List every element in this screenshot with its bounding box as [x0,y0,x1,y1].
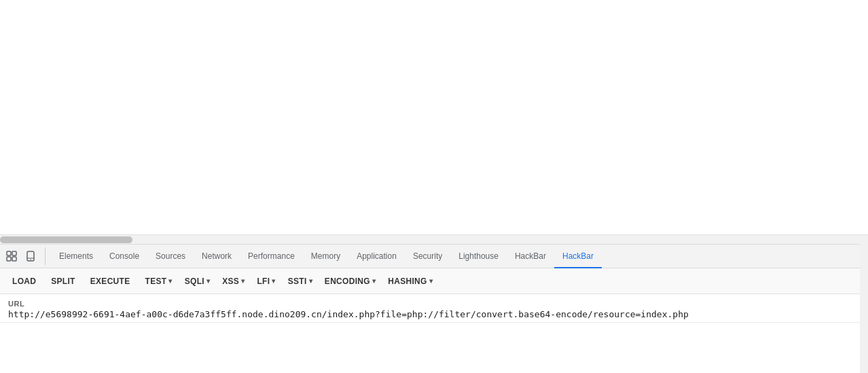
test-dropdown-arrow: ▾ [168,277,172,285]
svg-rect-2 [12,251,16,255]
tab-sources[interactable]: Sources [147,245,194,268]
url-value[interactable]: http://e5698992-6691-4aef-a00c-d6de7a3ff… [8,309,860,319]
url-section: URL http://e5698992-6691-4aef-a00c-d6de7… [0,294,868,323]
ssti-dropdown[interactable]: SSTI ▾ [281,274,317,289]
hashing-dropdown[interactable]: HASHING ▾ [381,274,437,289]
tab-hackbar[interactable]: HackBar [507,245,554,268]
tab-security[interactable]: Security [405,245,450,268]
execute-button[interactable]: EXECUTE [84,274,137,289]
tab-network[interactable]: Network [194,245,240,268]
hackbar-toolbar: LOAD SPLIT EXECUTE TEST ▾ SQLI ▾ XSS ▾ L… [0,268,868,294]
url-label: URL [8,300,860,308]
svg-point-6 [30,259,31,260]
svg-rect-0 [7,251,11,255]
horizontal-scrollbar[interactable] [0,234,868,244]
load-button[interactable]: LOAD [5,274,43,289]
encoding-dropdown-arrow: ▾ [372,277,376,285]
xss-dropdown[interactable]: XSS ▾ [215,274,249,289]
inspect-icon[interactable] [3,247,20,265]
tab-application[interactable]: Application [348,245,405,268]
lfi-dropdown[interactable]: LFI ▾ [250,274,279,289]
main-content-area [0,0,868,234]
scroll-thumb[interactable] [0,236,132,243]
devtools-icon-group [3,247,46,265]
svg-rect-3 [12,257,16,261]
tab-elements[interactable]: Elements [51,245,101,268]
xss-dropdown-arrow: ▾ [241,277,245,285]
ssti-dropdown-arrow: ▾ [309,277,312,285]
tab-hackbar-active[interactable]: HackBar [554,245,602,268]
encoding-dropdown[interactable]: ENCODING ▾ [318,274,380,289]
device-toolbar-icon[interactable] [22,247,39,265]
hashing-dropdown-arrow: ▾ [429,277,433,285]
split-button[interactable]: SPLIT [44,274,82,289]
sqli-dropdown-arrow: ▾ [206,277,210,285]
svg-rect-1 [7,257,11,261]
tab-lighthouse[interactable]: Lighthouse [450,245,507,268]
sqli-dropdown[interactable]: SQLI ▾ [178,274,215,289]
lfi-dropdown-arrow: ▾ [272,277,275,285]
tab-memory[interactable]: Memory [303,245,348,268]
tab-performance[interactable]: Performance [240,245,303,268]
devtools-tab-bar: Elements Console Sources Network Perform… [0,244,868,268]
tab-console[interactable]: Console [101,245,147,268]
test-dropdown[interactable]: TEST ▾ [139,274,177,289]
